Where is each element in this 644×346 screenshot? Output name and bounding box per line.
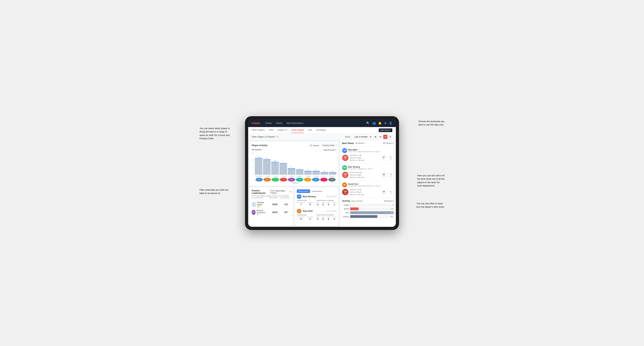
bell-icon[interactable]: 🔔 xyxy=(378,121,382,125)
shots-filter-1[interactable]: All Shots ▾ xyxy=(356,142,365,144)
tab-tour[interactable]: Tour xyxy=(308,127,312,133)
main-content: Player Activity On Course Practice Drill… xyxy=(248,140,396,227)
bar-6[interactable] xyxy=(304,171,312,175)
users-icon[interactable]: 👥 xyxy=(372,121,376,125)
view-list-icon[interactable]: ☰ xyxy=(388,135,392,139)
lb-name-1: Richard Butler xyxy=(257,201,269,206)
avatar-2: F xyxy=(272,178,279,181)
tab-team-clippd[interactable]: Team Clippd xyxy=(292,127,304,133)
least-active-tab[interactable]: Least Active xyxy=(310,189,324,193)
bar-8[interactable] xyxy=(320,172,328,175)
view-grid2-icon[interactable]: ⊞ xyxy=(374,135,378,139)
avatar-5: B xyxy=(296,178,303,181)
top-nav: clippd Home Teams My Performance 🔍 👥 🔔 ⊕… xyxy=(248,119,396,127)
page-wrapper: You can select which player is doing the… xyxy=(200,116,444,230)
tablet-screen: clippd Home Teams My Performance 🔍 👥 🔔 ⊕… xyxy=(248,119,396,227)
add-team-button[interactable]: Add Team ▾ xyxy=(379,128,392,132)
bar-5[interactable] xyxy=(296,170,304,174)
tab-pga[interactable]: PGA xyxy=(269,127,273,133)
ma-date-2: 02 Sep 2023 xyxy=(326,210,336,212)
bar-3[interactable] xyxy=(280,163,287,175)
shot-metrics-3: 16 yds 0 yds xyxy=(381,189,394,195)
circle-plus-icon[interactable]: ⊕ xyxy=(384,121,386,125)
shot-player-info-2: BM Blair McHarg 23 Jul 2023 · Ashridge G… xyxy=(342,165,373,170)
lb-row: RB Richard Butler 🏆 1 19/20 110 xyxy=(252,201,291,208)
scoring-filter-1[interactable]: Par 3, 4 & 5s ▾ xyxy=(352,200,363,202)
lb-avatar-1: RB xyxy=(252,202,256,207)
lb-player-2: EC Edward Crossman 🥈 2 xyxy=(252,209,269,215)
tab-pgat-players[interactable]: PGAT Players xyxy=(252,127,265,133)
tab-hcaps[interactable]: Hcaps 1-5 xyxy=(278,127,287,133)
shot-player-name-1: Matt Miller xyxy=(348,149,380,151)
ma-stats-1: Total Rounds Tournament 7 Practice xyxy=(297,199,336,206)
avatar-9: R xyxy=(328,178,336,181)
player-activity-card: Player Activity On Course Practice Drill… xyxy=(250,142,338,186)
lb-rank-2: 🥈 2 xyxy=(256,213,269,215)
most-active-tab[interactable]: Most Active xyxy=(297,189,310,193)
bar-9[interactable] xyxy=(329,172,336,175)
shot-card-2[interactable]: BM Blair McHarg 23 Jul 2023 · Ashridge G… xyxy=(340,164,396,181)
avatar-1: B xyxy=(264,178,271,181)
nav-my-performance[interactable]: My Performance xyxy=(287,122,303,124)
x-label-7: M. Miller xyxy=(312,175,320,177)
bar-group-7: 3 xyxy=(312,169,320,175)
scoring-filter-2[interactable]: All Players ▾ xyxy=(384,200,394,202)
all-players-filter[interactable]: All Players ▾ xyxy=(383,142,394,144)
ma-total-rounds-1: Total Rounds Tournament 7 Practice xyxy=(297,199,315,206)
bar-0[interactable] xyxy=(255,158,262,174)
lb-avgsq-1: 110 xyxy=(281,203,291,206)
x-labels: B. McHargR. BrittD. FordJ. ColesE. Ebert… xyxy=(255,175,336,177)
total-rounds-dropdown[interactable]: Total Rounds ▾ xyxy=(324,149,336,151)
scoring-val-eagles: 3 xyxy=(392,204,393,206)
shot-metric-2a: 43 yds xyxy=(381,172,387,178)
shot-avatar-2: BM xyxy=(342,165,347,170)
nav-home[interactable]: Home xyxy=(266,122,272,124)
scoring-label-birdies: Birdies xyxy=(342,208,349,210)
ma-avatar-1: BM xyxy=(297,194,301,199)
nav-teams[interactable]: Teams xyxy=(276,122,282,124)
shot-metric-1a: 67 yds xyxy=(381,155,387,161)
bar-4[interactable] xyxy=(288,168,295,175)
shot-card-1[interactable]: MM Matt Miller 09 Jun 2023 · Royal North… xyxy=(340,147,396,164)
section-label: On Course xyxy=(252,149,262,151)
card-header: Player Activity On Course Practice Drill… xyxy=(252,144,336,147)
x-label-3: J. Coles xyxy=(280,175,287,177)
shot-card-3[interactable]: DF David Ford 24 Aug 2023 · Royal North … xyxy=(340,181,396,198)
shot-player-row-3: DF David Ford 24 Aug 2023 · Royal North … xyxy=(342,182,394,187)
filter-bar: Team Clippd | 14 Players ✏️ Show: Last 3… xyxy=(248,134,396,140)
on-course-toggle[interactable]: On Course xyxy=(308,144,321,147)
lb-row-2: EC Edward Crossman 🥈 2 18/20 107 xyxy=(252,208,291,216)
search-icon[interactable]: 🔍 xyxy=(366,121,370,125)
annotation-bottom-left: Filter what data you wish the table to b… xyxy=(200,188,228,195)
edit-icon[interactable]: ✏️ xyxy=(276,136,279,138)
practice-drills-toggle[interactable]: Practice Drills xyxy=(321,144,336,147)
bar-7[interactable] xyxy=(312,171,320,175)
chart-bottom-label: Players xyxy=(255,182,336,184)
tab-all-players[interactable]: All Players xyxy=(316,127,326,133)
shot-metric-3a: 16 yds xyxy=(381,189,387,195)
scoring-bar-wrap-eagles: 3 xyxy=(350,204,394,206)
bar-2[interactable] xyxy=(271,162,279,174)
bar-group-8: 2 xyxy=(320,170,328,175)
shot-course-3: 24 Aug 2023 · Royal North Devon GC, Hole… xyxy=(348,185,380,187)
view-grid3-icon[interactable]: ⊟ xyxy=(378,135,382,139)
bar-1[interactable] xyxy=(263,159,270,175)
scoring-row-pars: Pars 499 xyxy=(342,211,394,214)
user-circle-icon[interactable]: 👤 xyxy=(389,121,392,125)
lb-avgsq-2: 107 xyxy=(281,211,291,213)
shot-badge-1: 200 SG xyxy=(342,155,348,161)
ma-player-1: BM Blair McHarg 26 Aug 2023 Total Rounds xyxy=(297,194,336,207)
shot-player-row-2: BM Blair McHarg 23 Jul 2023 · Ashridge G… xyxy=(342,165,394,170)
ma-practice-2: Total Practice Activities GTT 0 APP xyxy=(316,214,336,220)
lb-dropdown[interactable]: PUTT Must Make Putting ... ▾ xyxy=(270,190,291,194)
ma-name-1: Blair McHarg xyxy=(303,195,316,198)
toggle-group: On Course Practice Drills xyxy=(308,144,336,147)
chart-controls: On Course Total Rounds ▾ xyxy=(252,149,336,151)
bar-group-2: 10 xyxy=(271,160,279,174)
view-heart-icon[interactable]: ♥ xyxy=(383,135,388,139)
scoring-title: Scoring xyxy=(342,200,350,202)
shot-details-3: 198 SG Shot Dist: 16 yds Start Lie: Roug… xyxy=(342,188,394,196)
shot-info-3: Shot Dist: 16 yds Start Lie: Rough End L… xyxy=(350,188,380,196)
right-col: Best Shots All Shots ▾ All Players ▾ xyxy=(340,140,396,227)
time-select[interactable]: Last 3 months Last 6 months Last year xyxy=(352,135,372,139)
